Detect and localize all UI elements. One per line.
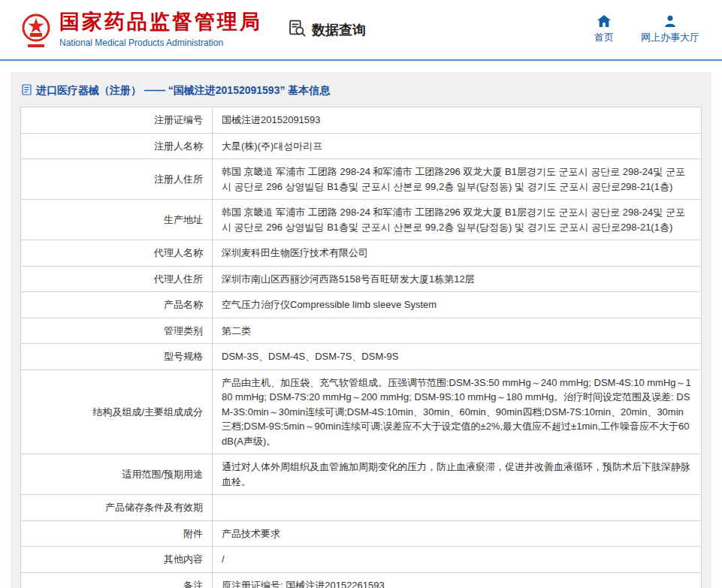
- field-value: /: [213, 547, 702, 573]
- field-label: 型号规格: [21, 344, 213, 370]
- field-value: 韩国 京畿道 军浦市 工团路 298-24 和军浦市 工团路296 双龙大厦 B…: [213, 200, 702, 240]
- field-value: DSM-3S、DSM-4S、DSM-7S、DSM-9S: [213, 344, 702, 370]
- field-value: 深圳市南山区西丽沙河西路5158号百旺研发大厦1栋第12层: [213, 266, 702, 292]
- home-icon: [597, 15, 611, 27]
- table-row: 产品储存条件及有效期: [21, 495, 702, 521]
- field-label: 结构及组成/主要组成成分: [21, 369, 213, 454]
- table-row: 管理类别第二类: [21, 318, 702, 344]
- table-row: 注册人名称大星(株)(주)대성마리프: [21, 133, 702, 159]
- data-query-link[interactable]: 数据查询: [288, 19, 366, 41]
- field-label: 其他内容: [21, 547, 213, 573]
- field-label: 产品储存条件及有效期: [21, 495, 213, 521]
- page-title: 进口医疗器械（注册） —— “国械注进20152091593” 基本信息: [20, 81, 702, 107]
- field-value: 国械注进20152091593: [213, 107, 702, 134]
- field-value: 大星(株)(주)대성마리프: [213, 133, 702, 159]
- field-value: 空气压力治疗仪Compressible limb sleeve System: [213, 292, 702, 318]
- field-label: 注册证编号: [21, 107, 213, 134]
- table-row: 备注原注册证编号: 国械注进20152261593: [21, 572, 702, 588]
- field-value: 通过对人体外周组织及血管施加周期变化的压力，防止血液瘀滞，促进并改善血液循环，预…: [213, 454, 702, 495]
- site-title-cn: 国家药品监督管理局: [59, 11, 262, 34]
- table-row: 代理人住所深圳市南山区西丽沙河西路5158号百旺研发大厦1栋第12层: [21, 266, 702, 292]
- table-row: 产品名称空气压力治疗仪Compressible limb sleeve Syst…: [21, 292, 702, 318]
- field-label: 注册人名称: [21, 133, 213, 159]
- table-row: 注册证编号国械注进20152091593: [21, 107, 702, 134]
- field-label: 适用范围/预期用途: [21, 454, 213, 495]
- brand-text: 国家药品监督管理局 National Medical Products Admi…: [59, 11, 262, 48]
- info-table-body: 注册证编号国械注进20152091593注册人名称大星(株)(주)대성마리프注册…: [21, 107, 702, 588]
- field-value: 原注册证编号: 国械注进20152261593: [213, 572, 702, 588]
- table-row: 型号规格DSM-3S、DSM-4S、DSM-7S、DSM-9S: [21, 344, 702, 370]
- field-label: 生产地址: [21, 200, 213, 240]
- page-title-text: 进口医疗器械（注册） —— “国械注进20152091593” 基本信息: [36, 84, 330, 98]
- nav-service-hall[interactable]: 网上办事大厅: [641, 15, 699, 44]
- brand: 国家药品监督管理局 National Medical Products Admi…: [21, 11, 262, 48]
- site-header: 国家药品监督管理局 National Medical Products Admi…: [0, 0, 722, 61]
- site-title-en: National Medical Products Administration: [59, 38, 262, 48]
- data-query-label: 数据查询: [312, 21, 366, 39]
- content-area: 进口医疗器械（注册） —— “国械注进20152091593” 基本信息 注册证…: [11, 72, 711, 588]
- field-value: [213, 495, 702, 521]
- table-row: 其他内容/: [21, 547, 702, 573]
- data-query-icon: [288, 19, 307, 41]
- field-label: 注册人住所: [21, 159, 213, 200]
- table-row: 附件产品技术要求: [21, 520, 702, 547]
- field-value: 深圳麦科田生物医疗技术有限公司: [213, 240, 702, 267]
- nav-service-hall-label: 网上办事大厅: [641, 31, 699, 44]
- table-row: 生产地址韩国 京畿道 军浦市 工团路 298-24 和军浦市 工团路296 双龙…: [21, 200, 702, 240]
- field-label: 代理人名称: [21, 240, 213, 267]
- field-value: 产品由主机、加压袋、充气软管组成。压强调节范围:DSM-3S:50 mmHg～2…: [213, 369, 702, 454]
- table-row: 注册人住所韩国 京畿道 军浦市 工团路 298-24 和军浦市 工团路296 双…: [21, 159, 702, 200]
- field-label: 附件: [21, 520, 213, 547]
- nav-home[interactable]: 首页: [594, 15, 614, 44]
- table-row: 代理人名称深圳麦科田生物医疗技术有限公司: [21, 240, 702, 267]
- national-emblem-icon: [21, 12, 51, 48]
- field-label: 产品名称: [21, 292, 213, 318]
- field-label: 管理类别: [21, 318, 213, 344]
- nav-home-label: 首页: [594, 31, 614, 44]
- table-row: 结构及组成/主要组成成分产品由主机、加压袋、充气软管组成。压强调节范围:DSM-…: [21, 369, 702, 454]
- field-label: 备注: [21, 572, 213, 588]
- field-label: 代理人住所: [21, 266, 213, 292]
- table-row: 适用范围/预期用途通过对人体外周组织及血管施加周期变化的压力，防止血液瘀滞，促进…: [21, 454, 702, 495]
- top-nav: 首页 网上办事大厅: [594, 15, 699, 44]
- document-icon: [22, 84, 32, 98]
- field-value: 韩国 京畿道 军浦市 工团路 298-24 和军浦市 工团路296 双龙大厦 B…: [213, 159, 702, 200]
- person-icon: [664, 15, 676, 27]
- field-value: 产品技术要求: [213, 520, 702, 547]
- info-table: 注册证编号国械注进20152091593注册人名称大星(株)(주)대성마리프注册…: [20, 107, 702, 588]
- field-value: 第二类: [213, 318, 702, 344]
